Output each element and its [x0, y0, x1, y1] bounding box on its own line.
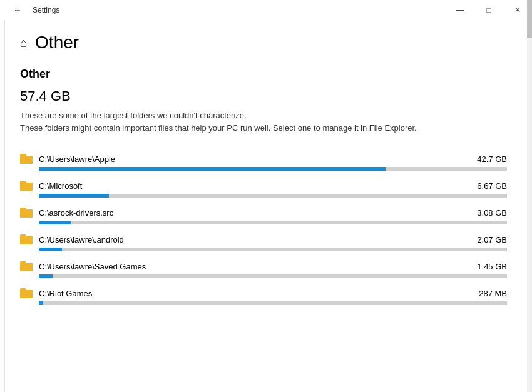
progress-bar-fill [39, 274, 53, 278]
folder-icon [20, 181, 33, 191]
back-button[interactable]: ← [8, 0, 28, 20]
maximize-button[interactable]: □ [474, 0, 503, 20]
progress-bar-fill [39, 194, 109, 198]
description-line1: These are some of the largest folders we… [20, 109, 507, 122]
scrollbar-thumb[interactable] [527, 0, 532, 38]
folder-item[interactable]: C:\Users\lawre\Apple42.7 GB [20, 149, 507, 176]
folder-size: 42.7 GB [463, 154, 507, 164]
folder-item[interactable]: C:\Users\lawre\Saved Games1.45 GB [20, 256, 507, 283]
scrollbar[interactable] [527, 0, 532, 392]
folder-size: 1.45 GB [463, 262, 507, 271]
title-bar: ← Settings — □ ✕ [0, 0, 532, 20]
description-line2: These folders might contain important fi… [20, 122, 507, 134]
folder-size: 2.07 GB [463, 235, 507, 244]
progress-bar-container [39, 274, 507, 278]
progress-bar-container [39, 167, 507, 171]
folder-item[interactable]: C:\Riot Games287 MB [20, 283, 507, 310]
folder-name: C:\Users\lawre\Saved Games [39, 262, 457, 271]
folder-icon [20, 234, 33, 244]
folder-row: C:\Users\lawre\.android2.07 GB [20, 234, 507, 244]
folder-row: C:\asrock-drivers.src3.08 GB [20, 208, 507, 218]
description: These are some of the largest folders we… [20, 109, 507, 134]
progress-bar-container [39, 301, 507, 305]
folder-name: C:\asrock-drivers.src [39, 208, 457, 218]
progress-bar-fill [39, 221, 71, 224]
title-bar-controls: — □ ✕ [446, 0, 532, 20]
title-bar-left: ← Settings [8, 0, 59, 20]
folder-item[interactable]: C:\Users\lawre\.android2.07 GB [20, 229, 507, 256]
page-heading: ⌂ Other [20, 33, 507, 53]
folder-icon [20, 288, 33, 298]
folder-icon [20, 261, 33, 271]
folder-row: C:\Riot Games287 MB [20, 288, 507, 298]
folder-name: C:\Microsoft [39, 181, 457, 191]
folder-size: 287 MB [463, 289, 507, 298]
folder-list: C:\Users\lawre\Apple42.7 GBC:\Microsoft6… [20, 149, 507, 310]
progress-bar-container [39, 248, 507, 251]
folder-item[interactable]: C:\asrock-drivers.src3.08 GB [20, 203, 507, 229]
progress-bar-fill [39, 248, 62, 251]
folder-size: 3.08 GB [463, 208, 507, 218]
total-size: 57.4 GB [20, 88, 507, 104]
folder-size: 6.67 GB [463, 181, 507, 191]
folder-name: C:\Riot Games [39, 289, 457, 298]
title-bar-title: Settings [33, 6, 59, 14]
folder-row: C:\Users\lawre\Saved Games1.45 GB [20, 261, 507, 271]
folder-row: C:\Microsoft6.67 GB [20, 181, 507, 191]
main-panel: ⌂ Other Other 57.4 GB These are some of … [5, 20, 532, 392]
page-title: Other [35, 33, 79, 53]
folder-row: C:\Users\lawre\Apple42.7 GB [20, 154, 507, 164]
folder-item[interactable]: C:\Microsoft6.67 GB [20, 176, 507, 203]
home-icon: ⌂ [20, 36, 28, 50]
minimize-button[interactable]: — [446, 0, 474, 20]
folder-icon [20, 208, 33, 218]
sidebar-strip [0, 20, 5, 392]
folder-name: C:\Users\lawre\.android [39, 235, 457, 244]
folder-name: C:\Users\lawre\Apple [39, 154, 457, 164]
folder-icon [20, 154, 33, 164]
progress-bar-fill [39, 167, 386, 171]
content-area: ⌂ Other Other 57.4 GB These are some of … [0, 20, 532, 392]
progress-bar-fill [39, 301, 43, 305]
progress-bar-container [39, 221, 507, 224]
section-heading: Other [20, 68, 507, 81]
progress-bar-container [39, 194, 507, 198]
